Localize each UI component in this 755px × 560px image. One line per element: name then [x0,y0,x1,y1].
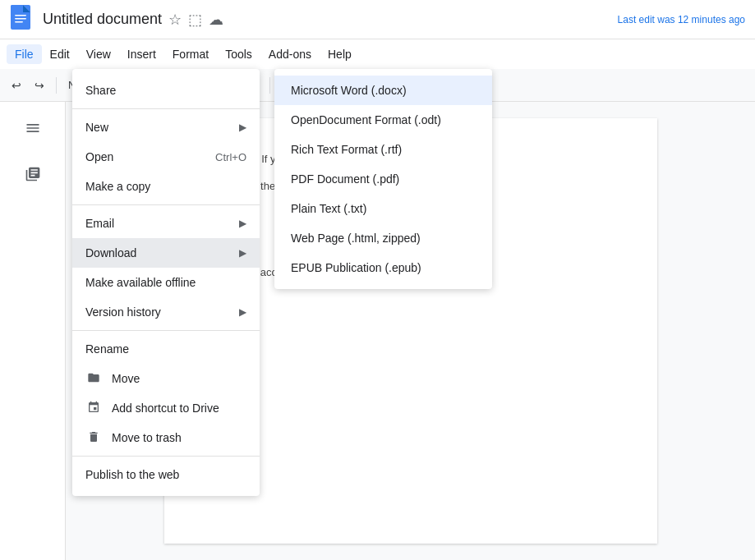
file-menu-makecopy[interactable]: Make a copy [72,172,260,201]
menu-addons[interactable]: Add-ons [260,44,320,64]
toolbar-separator-4 [269,77,270,94]
file-menu-open[interactable]: Open Ctrl+O [72,142,260,172]
menu-divider-2 [72,204,260,205]
new-arrow-icon: ▶ [239,122,246,133]
email-label: Email [85,217,229,230]
star-icon[interactable]: ☆ [168,11,182,29]
download-arrow-icon: ▶ [239,247,246,259]
menu-insert[interactable]: Insert [119,44,164,64]
file-menu-download[interactable]: Download ▶ [72,238,260,268]
download-odt-label: OpenDocument Format (.odt) [291,113,441,126]
file-menu-addshortcut[interactable]: Add shortcut to Drive [72,393,260,423]
menu-view[interactable]: View [78,44,119,64]
file-menu-email[interactable]: Email ▶ [72,209,260,238]
rename-label: Rename [85,342,246,356]
move-icon[interactable]: ⬚ [188,11,202,29]
menu-edit[interactable]: Edit [42,44,78,64]
download-docx-label: Microsoft Word (.docx) [291,84,407,97]
sidebar-list-icon[interactable] [16,158,49,190]
menu-help[interactable]: Help [320,44,360,64]
file-menu-new[interactable]: New ▶ [72,112,260,142]
file-menu-move[interactable]: Move [72,364,260,393]
file-menu-makeoffline[interactable]: Make available offline [72,268,260,297]
movetotrash-label: Move to trash [112,431,246,444]
menu-format[interactable]: Format [164,44,217,64]
file-menu-movetotrash[interactable]: Move to trash [72,423,260,452]
download-docx[interactable]: Microsoft Word (.docx) [274,76,492,105]
title-area: Untitled document ☆ ⬚ ☁ Last edit was 12… [43,11,745,29]
sidebar-left [0,102,66,560]
file-menu-rename[interactable]: Rename [72,334,260,364]
cloud-icon[interactable]: ☁ [209,11,223,29]
svg-rect-6 [15,21,23,23]
download-label: Download [85,246,229,259]
last-edit-text: Last edit was 12 minutes ago [618,14,745,25]
svg-rect-5 [15,18,26,20]
download-txt[interactable]: Plain Text (.txt) [274,194,492,223]
menu-file[interactable]: File [7,44,42,64]
doc-title-text[interactable]: Untitled document [43,11,162,28]
versionhistory-arrow-icon: ▶ [239,306,246,318]
makeoffline-label: Make available offline [85,276,246,289]
file-menu-publishweb[interactable]: Publish to the web [72,460,260,489]
open-label: Open [85,150,205,163]
addshortcut-label: Add shortcut to Drive [112,402,246,415]
download-epub[interactable]: EPUB Publication (.epub) [274,253,492,282]
menu-divider-4 [72,456,260,457]
download-txt-label: Plain Text (.txt) [291,202,366,215]
download-submenu: Microsoft Word (.docx) OpenDocument Form… [274,69,492,289]
svg-rect-4 [15,15,26,16]
download-pdf-label: PDF Document (.pdf) [291,172,399,186]
shortcut-icon [85,401,102,416]
menu-divider-1 [72,108,260,109]
move-folder-icon [85,371,102,387]
toolbar-separator-1 [56,77,57,94]
share-label: Share [85,84,246,97]
new-label: New [85,121,229,134]
docs-logo [10,3,36,36]
sidebar-doc-icon[interactable] [16,112,49,145]
move-label: Move [112,372,246,385]
menu-divider-3 [72,330,260,331]
file-menu-dropdown: Share New ▶ Open Ctrl+O Make a copy Emai… [72,69,260,496]
menu-bar: File Edit View Insert Format Tools Add-o… [0,39,755,69]
title-bar: Untitled document ☆ ⬚ ☁ Last edit was 12… [0,0,755,39]
download-pdf[interactable]: PDF Document (.pdf) [274,164,492,194]
download-html-label: Web Page (.html, zipped) [291,232,421,245]
file-menu-versionhistory[interactable]: Version history ▶ [72,297,260,327]
download-rtf[interactable]: Rich Text Format (.rtf) [274,135,492,164]
versionhistory-label: Version history [85,305,229,319]
download-epub-label: EPUB Publication (.epub) [291,261,421,274]
publishweb-label: Publish to the web [85,468,246,481]
makecopy-label: Make a copy [85,180,246,193]
download-rtf-label: Rich Text Format (.rtf) [291,143,402,156]
menu-tools[interactable]: Tools [217,44,260,64]
undo-button[interactable]: ↩ [7,76,26,95]
file-menu-share[interactable]: Share [72,76,260,105]
redo-button[interactable]: ↪ [30,76,49,95]
trash-icon [85,430,102,446]
download-html[interactable]: Web Page (.html, zipped) [274,223,492,253]
email-arrow-icon: ▶ [239,218,246,229]
open-shortcut: Ctrl+O [215,151,246,163]
download-odt[interactable]: OpenDocument Format (.odt) [274,105,492,135]
